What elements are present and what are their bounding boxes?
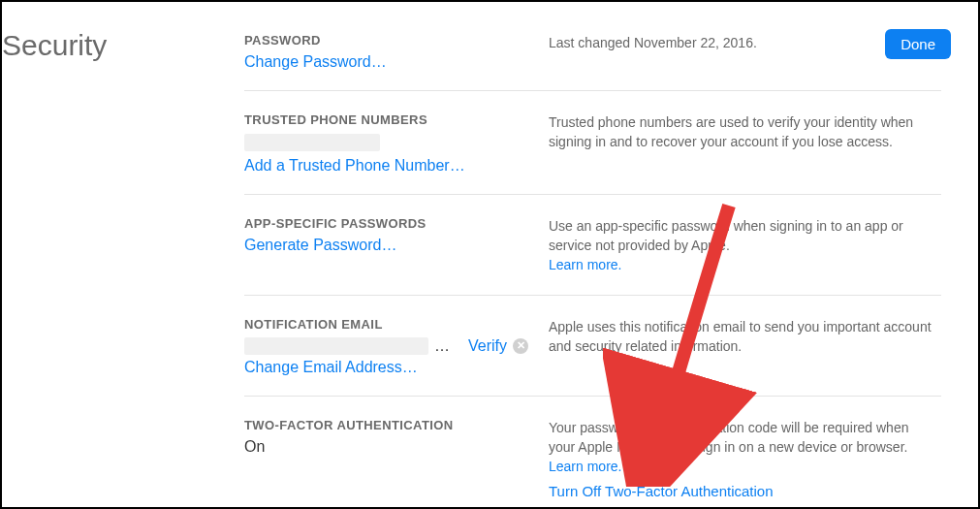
trusted-phone-label: TRUSTED PHONE NUMBERS [244,112,549,127]
section-two-factor: TWO-FACTOR AUTHENTICATION On Your passwo… [244,397,941,509]
two-factor-learn-more-link[interactable]: Learn more. [549,459,621,474]
generate-password-link[interactable]: Generate Password… [244,237,396,254]
trusted-phone-info: Trusted phone numbers are used to verify… [549,112,941,175]
page-title: Security [2,29,107,62]
app-passwords-info: Use an app-specific password when signin… [549,218,903,253]
add-trusted-phone-link[interactable]: Add a Trusted Phone Number… [244,157,465,175]
section-notification-email: NOTIFICATION EMAIL … Verify ✕ Change Ema… [244,296,941,397]
app-passwords-label: APP-SPECIFIC PASSWORDS [244,216,549,231]
email-truncation-dots: … [434,337,451,355]
notification-email-label: NOTIFICATION EMAIL [244,317,549,332]
change-password-link[interactable]: Change Password… [244,53,387,71]
section-password: PASSWORD Change Password… Last changed N… [244,29,941,91]
clear-icon[interactable]: ✕ [513,338,528,354]
two-factor-info: Your password and a verification code wi… [549,420,908,455]
two-factor-status: On [244,438,549,456]
redacted-phone [244,134,380,151]
two-factor-label: TWO-FACTOR AUTHENTICATION [244,418,549,432]
section-trusted-phone: TRUSTED PHONE NUMBERS Add a Trusted Phon… [244,91,941,195]
change-email-link[interactable]: Change Email Address… [244,359,418,376]
section-app-passwords: APP-SPECIFIC PASSWORDS Generate Password… [244,195,941,296]
password-info: Last changed November 22, 2016. [549,33,941,71]
notification-email-info: Apple uses this notification email to se… [549,317,941,376]
app-passwords-learn-more-link[interactable]: Learn more. [549,257,621,272]
redacted-email [244,337,428,355]
turn-off-two-factor-link[interactable]: Turn Off Two-Factor Authentication [549,481,774,502]
verify-email-link[interactable]: Verify [468,337,507,355]
password-label: PASSWORD [244,33,549,48]
